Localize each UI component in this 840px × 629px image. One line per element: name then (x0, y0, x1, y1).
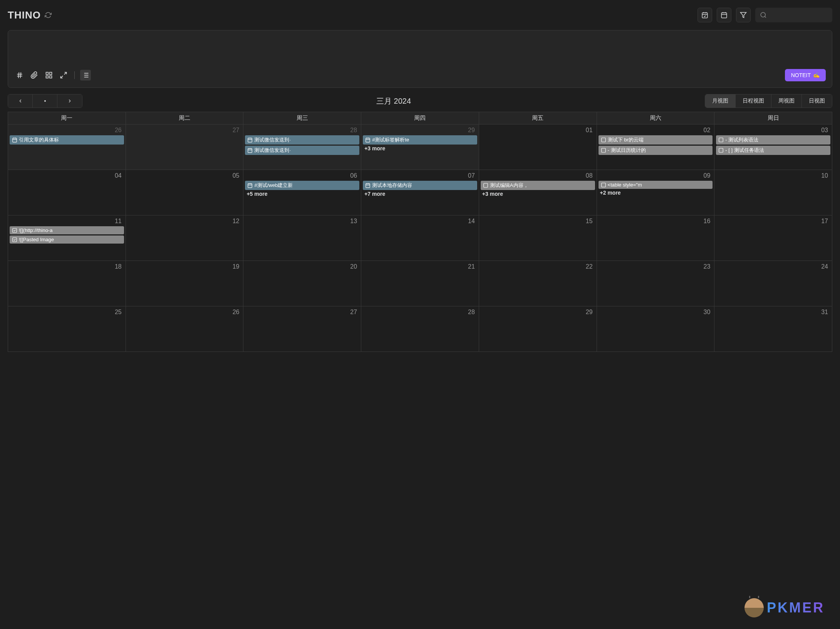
day-cell[interactable]: 04 (8, 170, 126, 215)
events-container: <table style="m (599, 181, 713, 189)
day-cell[interactable]: 10 (714, 170, 832, 215)
event-item[interactable]: - 测试列表语法 (716, 135, 830, 145)
day-number: 27 (127, 126, 242, 135)
events-container: 引用文章的具体标 (10, 135, 124, 145)
calendar-button[interactable] (717, 8, 731, 22)
event-item[interactable]: - [ ] 测试任务语法 (716, 146, 830, 155)
day-cell[interactable]: 15 (479, 215, 597, 261)
event-item[interactable]: - 测试日历统计的 (599, 146, 713, 155)
more-link[interactable]: +3 more (481, 190, 595, 198)
event-item[interactable]: 测试微信发送到· (245, 146, 359, 155)
prev-button[interactable] (8, 94, 33, 108)
hash-icon[interactable] (14, 70, 25, 81)
day-cell[interactable]: 29 (479, 306, 597, 352)
day-cell[interactable]: 26 (126, 306, 244, 352)
event-text: 测试微信发送到· (254, 147, 291, 154)
day-cell[interactable]: 06#测试/web建立新+5 more (243, 170, 361, 215)
event-task-icon (483, 183, 488, 188)
list-icon[interactable] (80, 70, 91, 81)
expand-icon[interactable] (58, 70, 69, 81)
day-cell[interactable]: 21 (361, 261, 479, 306)
day-cell[interactable]: 22 (479, 261, 597, 306)
day-cell[interactable]: 12 (126, 215, 244, 261)
day-cell[interactable]: 09<table style="m+2 more (597, 170, 715, 215)
day-cell[interactable]: 24 (714, 261, 832, 306)
day-cell[interactable]: 28测试微信发送到·测试微信发送到· (243, 124, 361, 170)
event-item[interactable]: #测试标签解析te (363, 135, 477, 145)
day-cell[interactable]: 26引用文章的具体标 (8, 124, 126, 170)
day-number: 10 (716, 172, 830, 180)
day-cell[interactable]: 29#测试标签解析te+3 more (361, 124, 479, 170)
day-cell[interactable]: 25 (8, 306, 126, 352)
day-cell[interactable]: 19 (126, 261, 244, 306)
more-link[interactable]: +7 more (363, 190, 477, 198)
more-link[interactable]: +5 more (245, 190, 359, 198)
paperclip-icon[interactable] (29, 70, 40, 81)
event-task-icon (601, 182, 606, 188)
day-cell[interactable]: 17 (714, 215, 832, 261)
event-item[interactable]: 引用文章的具体标 (10, 135, 124, 145)
day-number: 29 (363, 126, 477, 135)
day-number: 27 (245, 308, 359, 316)
day-cell[interactable]: 31 (714, 306, 832, 352)
calendar-check-button[interactable] (697, 8, 712, 22)
event-item[interactable]: ![[Pasted Image (10, 235, 124, 244)
event-text: - 测试列表语法 (725, 136, 758, 143)
day-cell[interactable]: 23 (597, 261, 715, 306)
view-button-1[interactable]: 日程视图 (736, 94, 771, 108)
day-cell[interactable]: 13 (243, 215, 361, 261)
more-link[interactable]: +2 more (599, 189, 713, 197)
layout-icon[interactable] (44, 70, 54, 81)
event-task-icon (718, 148, 724, 153)
day-header: 周日 (714, 112, 832, 124)
day-cell[interactable]: 14 (361, 215, 479, 261)
event-item[interactable]: <table style="m (599, 181, 713, 189)
search-icon (760, 12, 767, 18)
filter-button[interactable] (736, 8, 751, 22)
day-cell[interactable]: 27 (126, 124, 244, 170)
day-cell[interactable]: 20 (243, 261, 361, 306)
event-item[interactable]: 测试本地存储内容 (363, 181, 477, 190)
day-cell[interactable]: 28 (361, 306, 479, 352)
day-number: 25 (10, 308, 124, 316)
search-input[interactable] (755, 8, 832, 22)
events-container: 测试本地存储内容 (363, 181, 477, 190)
event-item[interactable]: 测试下 br的云端 (599, 135, 713, 145)
view-button-2[interactable]: 周视图 (771, 94, 802, 108)
view-button-3[interactable]: 日视图 (802, 94, 832, 108)
day-number: 22 (481, 262, 595, 271)
day-cell[interactable]: 27 (243, 306, 361, 352)
day-cell[interactable]: 05 (126, 170, 244, 215)
more-link[interactable]: +3 more (363, 145, 477, 152)
day-number: 12 (127, 217, 242, 225)
editor-card[interactable]: NOTEIT ✍️ (8, 30, 832, 88)
day-cell[interactable]: 02测试下 br的云端- 测试日历统计的 (597, 124, 715, 170)
day-cell[interactable]: 08测试编辑A内容，+3 more (479, 170, 597, 215)
svg-rect-21 (366, 138, 370, 142)
event-item[interactable]: ![](http://thino-a (10, 226, 124, 234)
day-cell[interactable]: 11![](http://thino-a![[Pasted Image (8, 215, 126, 261)
svg-line-5 (18, 72, 19, 78)
day-cell[interactable]: 01 (479, 124, 597, 170)
today-button[interactable] (33, 94, 57, 108)
day-cell[interactable]: 03- 测试列表语法- [ ] 测试任务语法 (714, 124, 832, 170)
day-cell[interactable]: 18 (8, 261, 126, 306)
day-number: 14 (363, 217, 477, 225)
event-text: ![](http://thino-a (19, 227, 52, 233)
day-cell[interactable]: 07测试本地存储内容+7 more (361, 170, 479, 215)
event-item[interactable]: 测试微信发送到· (245, 135, 359, 145)
event-item[interactable]: 测试编辑A内容， (481, 181, 595, 190)
day-number: 03 (716, 126, 830, 135)
day-header: 周五 (479, 112, 597, 124)
next-button[interactable] (57, 94, 82, 108)
day-header: 周一 (8, 112, 126, 124)
day-cell[interactable]: 30 (597, 306, 715, 352)
refresh-icon[interactable] (45, 12, 52, 18)
noteit-button[interactable]: NOTEIT ✍️ (785, 69, 826, 81)
view-button-0[interactable]: 月视图 (705, 94, 736, 108)
event-item[interactable]: #测试/web建立新 (245, 181, 359, 190)
events-container: #测试标签解析te (363, 135, 477, 145)
toolbar-separator (74, 71, 75, 79)
day-cell[interactable]: 16 (597, 215, 715, 261)
events-container: - 测试列表语法- [ ] 测试任务语法 (716, 135, 830, 155)
